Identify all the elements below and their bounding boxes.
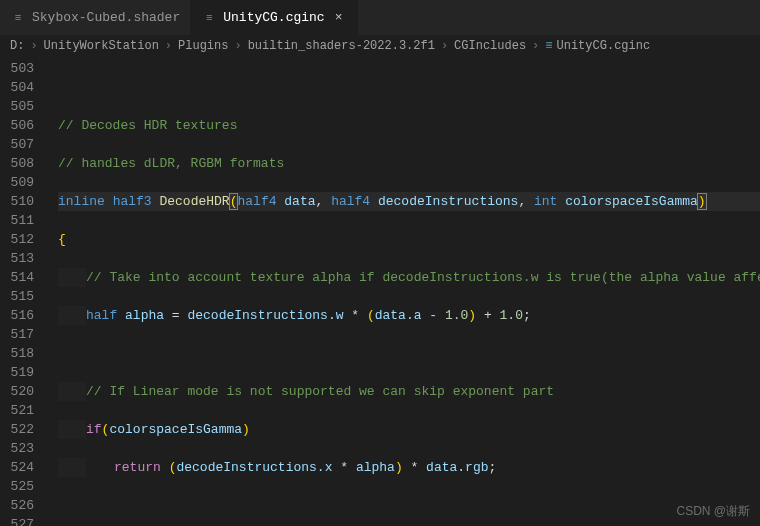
code-line: // If Linear mode is not supported we ca… — [58, 382, 760, 401]
code-line: return (decodeInstructions.x * alpha) * … — [58, 458, 760, 477]
tab-label: UnityCG.cginc — [223, 10, 324, 25]
chevron-right-icon: › — [232, 39, 243, 53]
breadcrumb-item[interactable]: Plugins — [178, 39, 228, 53]
file-icon: ≡ — [201, 10, 217, 26]
close-icon[interactable]: × — [331, 10, 347, 25]
tab-skybox-shader[interactable]: ≡ Skybox-Cubed.shader — [0, 0, 191, 35]
tab-unitycg-cginc[interactable]: ≡ UnityCG.cginc × — [191, 0, 357, 35]
code-line — [58, 496, 760, 515]
chevron-right-icon: › — [530, 39, 541, 53]
code-line: if(colorspaceIsGamma) — [58, 420, 760, 439]
breadcrumb-item[interactable]: UnityWorkStation — [44, 39, 159, 53]
code-line — [58, 344, 760, 363]
breadcrumb-item[interactable]: CGIncludes — [454, 39, 526, 53]
code-line — [58, 78, 760, 97]
code-line: // Take into account texture alpha if de… — [58, 268, 760, 287]
file-icon: ≡ — [10, 10, 26, 26]
breadcrumb-item[interactable]: builtin_shaders-2022.3.2f1 — [248, 39, 435, 53]
chevron-right-icon: › — [163, 39, 174, 53]
breadcrumb-item[interactable]: ≡ UnityCG.cginc — [545, 39, 650, 53]
code-line: inline half3 DecodeHDR(half4 data, half4… — [58, 192, 760, 211]
code-line: // handles dLDR, RGBM formats — [58, 154, 760, 173]
breadcrumb: D:› UnityWorkStation› Plugins› builtin_s… — [0, 35, 760, 57]
tab-label: Skybox-Cubed.shader — [32, 10, 180, 25]
watermark: CSDN @谢斯 — [676, 503, 750, 520]
code-line: half alpha = decodeInstructions.w * (dat… — [58, 306, 760, 325]
code-content[interactable]: // Decodes HDR textures // handles dLDR,… — [44, 57, 760, 526]
line-number-gutter: 503504505506507 508509510511512 51351451… — [0, 57, 44, 526]
chevron-right-icon: › — [439, 39, 450, 53]
chevron-right-icon: › — [28, 39, 39, 53]
breadcrumb-item[interactable]: D: — [10, 39, 24, 53]
code-line: // Decodes HDR textures — [58, 116, 760, 135]
tab-bar: ≡ Skybox-Cubed.shader ≡ UnityCG.cginc × — [0, 0, 760, 35]
code-line: { — [58, 230, 760, 249]
code-editor[interactable]: 503504505506507 508509510511512 51351451… — [0, 57, 760, 526]
